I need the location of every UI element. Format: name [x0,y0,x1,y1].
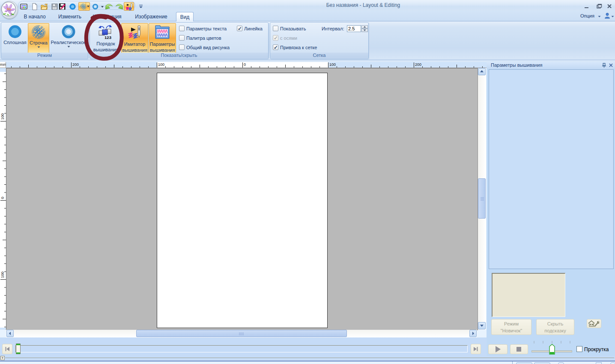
new-document-icon[interactable] [31,3,38,10]
group-label-show-hide: Показать/скрыть [90,53,268,58]
design-page[interactable] [157,73,328,328]
svg-text:100: 100 [158,62,164,67]
sewing-attributes-button[interactable]: Параметры вышивания [149,23,176,53]
realistic-view-button[interactable]: Реалистическое [50,23,87,53]
ribbon-group-mode: Сплошная Строчка Реалистическое Режим [1,22,88,59]
hscroll-left-button[interactable] [6,330,14,337]
close-button[interactable] [604,3,615,9]
seek-thumb[interactable] [16,343,21,354]
solid-view-icon [8,24,22,39]
divider [86,3,86,10]
undo-icon[interactable] [105,3,112,10]
hide-hint-button[interactable]: Скрытьподсказку [536,319,574,335]
tab-view[interactable]: Вид [176,12,194,21]
ruler-checkbox[interactable]: ✓ [237,26,242,31]
chevron-down-icon[interactable] [101,6,104,9]
check-icon: ✓ [274,35,278,41]
horizontal-scrollbar[interactable] [6,330,477,337]
vertical-scrollbar[interactable] [478,68,486,330]
grid-snap-label: Привязка к сетке [280,45,317,50]
quick-access-toolbar [18,1,135,10]
vertical-ruler: 1000100 [0,68,6,330]
application-button[interactable] [1,1,18,19]
tab-image[interactable]: Изображение [133,12,170,21]
pin-icon[interactable] [602,63,606,68]
hscroll-thumb[interactable] [136,330,347,337]
window-title: Без названия - Layout & Editing [146,2,581,8]
redo-icon[interactable] [115,3,122,10]
text-attributes-checkbox[interactable] [179,26,185,31]
design-canvas[interactable] [6,68,478,330]
speed-slider[interactable] [531,340,572,355]
minimize-button[interactable] [581,3,592,9]
save-icon[interactable] [51,3,58,10]
play-button[interactable] [488,344,508,354]
ruler-unit-corner: mm [0,62,6,68]
splitter-line[interactable] [5,358,614,358]
stitch-view-icon [31,24,46,40]
panel-content [489,69,614,269]
vscroll-thumb[interactable] [478,178,486,219]
chevron-down-icon[interactable] [598,15,601,18]
tab-composition[interactable]: Композиция [91,12,123,21]
seek-track[interactable] [15,345,468,352]
interval-label: Интервал: [322,26,344,31]
option-menu[interactable]: Опция [580,13,594,18]
maximize-button[interactable] [593,3,604,9]
horizontal-ruler: 2001000100200 [6,62,487,68]
stitch-simulator-icon [125,24,144,41]
window-bottom-edge [0,361,615,361]
vscroll-down-button[interactable] [478,322,486,329]
sewing-order-button[interactable]: 123 Порядок вышивания [91,23,120,53]
ribbon-group-grid: Показывать ✓ с осями ✓ Привязка к сетке … [270,22,369,59]
expand-button[interactable]: + [0,356,5,360]
solid-view-small-icon[interactable] [69,3,76,10]
vscroll-up-button[interactable] [478,68,486,75]
qat-customize-button[interactable] [138,3,144,11]
background-window-sliver [0,361,615,364]
grid-snap-checkbox[interactable]: ✓ [273,44,278,50]
svg-text:200: 200 [72,62,79,67]
ribbon: Сплошная Строчка Реалистическое Режим [0,21,615,59]
group-label-grid: Сетка [270,53,368,58]
overview-label: Общий вид рисунка [186,45,230,50]
panel-header: Параметры вышивания [487,62,615,69]
skip-to-end-button[interactable] [471,344,481,354]
sewing-attributes-panel: Параметры вышивания Режим"Новичок" Скрыт… [487,62,615,361]
stop-button[interactable] [510,344,528,354]
simulator-small-highlight[interactable] [124,2,134,11]
stitch-view-button[interactable]: Строчка [28,23,49,53]
interval-spin-up[interactable] [361,25,368,29]
beginner-mode-button[interactable]: Режим"Новичок" [491,319,531,335]
svg-text:100: 100 [329,62,336,67]
check-icon: ✓ [274,44,278,50]
interval-input[interactable] [347,25,361,32]
interval-spin-down[interactable] [361,29,368,32]
grid-show-checkbox[interactable] [273,26,278,31]
save-image-icon[interactable] [59,3,66,10]
hscroll-right-button[interactable] [469,330,477,337]
color-palette-label: Палитра цветов [186,36,221,41]
chevron-down-icon [37,46,40,48]
solid-view-button[interactable]: Сплошная [3,23,27,53]
panel-close-icon[interactable] [609,63,613,68]
overview-checkbox[interactable] [179,44,185,50]
design-settings-icon[interactable] [20,3,27,10]
skip-to-start-button[interactable] [2,344,12,354]
open-folder-icon[interactable] [41,3,48,10]
color-palette-checkbox[interactable] [179,35,185,41]
flower-logo-icon [1,1,17,18]
realistic-view-small-icon[interactable] [92,3,99,10]
tab-edit[interactable]: Изменить [57,12,83,21]
stitch-simulator-button[interactable]: Имитатор вышивания [121,23,148,53]
scroll-checkbox[interactable] [576,346,582,352]
chevron-down-icon[interactable] [611,15,615,18]
ribbon-tab-row: В начало Изменить Композиция Изображение… [0,11,615,21]
text-attributes-label: Параметры текста [186,26,227,31]
grid-axes-checkbox[interactable]: ✓ [273,35,278,41]
user-icon[interactable] [604,12,611,21]
tab-home[interactable]: В начало [22,12,47,21]
stitch-view-small-highlight[interactable] [78,2,90,11]
stitch-position-bar [0,337,487,356]
home-settings-button[interactable] [587,319,601,328]
